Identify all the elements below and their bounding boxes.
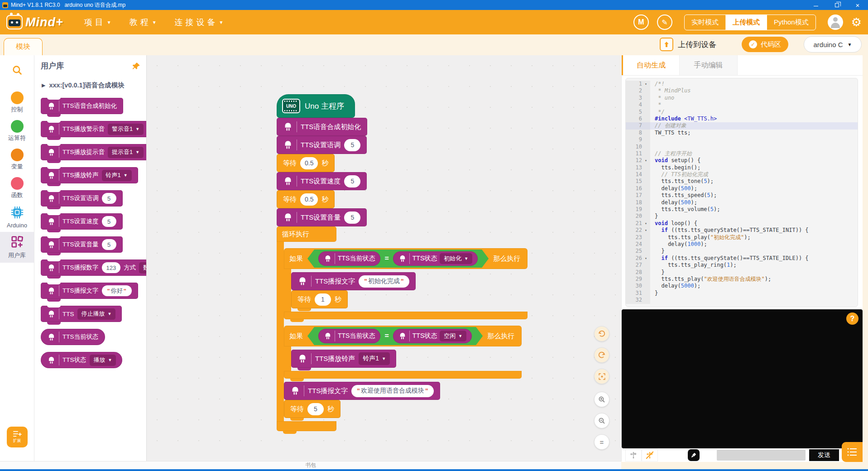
number-field[interactable]: 5 <box>344 139 360 151</box>
code-tab-autogen[interactable]: 自动生成 <box>622 55 680 75</box>
library-block[interactable]: TTS语音合成初始化 <box>41 98 123 114</box>
backpack-bar[interactable]: 书包 <box>0 461 621 469</box>
number-field[interactable]: 123 <box>102 262 121 273</box>
pin-icon[interactable] <box>132 62 141 71</box>
gear-icon[interactable]: ⚙ <box>851 16 862 28</box>
community-icon[interactable]: M <box>633 14 649 30</box>
avatar[interactable] <box>828 14 843 30</box>
condition-left-reporter[interactable]: TTS当前状态 <box>318 251 380 266</box>
if-block[interactable]: 如果TTS当前状态=TTS状态空闲▼那么执行TTS播放铃声铃声1▼ <box>284 326 522 379</box>
dropdown-field[interactable]: 提示音1▼ <box>108 147 144 158</box>
zoom-in-button[interactable] <box>594 392 609 407</box>
text-field[interactable]: "你好" <box>102 285 132 296</box>
fold-marker[interactable]: ▾ <box>644 81 650 87</box>
fold-marker[interactable]: ▾ <box>644 255 650 262</box>
library-block[interactable]: TTS播放铃声铃声1▼ <box>41 167 138 183</box>
edit-pencil-icon[interactable]: ✎ <box>657 14 672 30</box>
serial-input[interactable] <box>717 450 806 461</box>
code-area-toggle[interactable]: ✓ 代码区 <box>742 37 788 52</box>
dropdown-field[interactable]: 初始化▼ <box>440 253 472 264</box>
number-field[interactable]: 5 <box>344 211 360 224</box>
forever-block[interactable]: 循环执行如果TTS当前状态=TTS状态初始化▼那么执行TTS播报文字"初始化完成… <box>277 226 528 431</box>
number-field[interactable]: 5 <box>307 403 324 415</box>
canvas-block[interactable]: 等待0.5秒 <box>277 154 335 172</box>
library-block[interactable]: TTS播放提示音提示音1▼ <box>41 144 147 160</box>
undo-button[interactable] <box>594 326 609 341</box>
board-selector[interactable]: arduino C ▼ <box>804 36 862 53</box>
library-block[interactable]: TTS设置音量5 <box>41 236 123 253</box>
serial-menu-button[interactable] <box>842 442 863 462</box>
fold-marker[interactable]: ▾ <box>644 157 650 164</box>
help-button[interactable]: ? <box>846 312 858 325</box>
canvas-block[interactable]: TTS设置语调5 <box>277 136 367 154</box>
number-field[interactable]: 0.5 <box>300 157 318 169</box>
canvas-block[interactable]: TTS设置音量5 <box>277 208 367 226</box>
library-block[interactable]: TTS设置速度5 <box>41 213 123 230</box>
menu-item[interactable]: 教程▼ <box>129 17 157 28</box>
menu-item[interactable]: 项目▼ <box>84 17 111 28</box>
dropdown-field[interactable]: 警示音1▼ <box>108 124 144 135</box>
library-block[interactable]: TTS停止播放▼ <box>41 306 122 322</box>
redo-button[interactable] <box>594 347 609 363</box>
code-editor[interactable]: 1▾/*!2 * MindPlus3 * uno4 *5 */6#include… <box>625 78 858 307</box>
number-field[interactable]: 5 <box>344 175 360 187</box>
library-block[interactable]: TTS播报数字123方式数值▼ <box>41 260 147 276</box>
library-block[interactable]: TTS当前状态 <box>41 329 105 345</box>
sidebar-item-变量[interactable]: 变量 <box>0 145 34 174</box>
mode-button[interactable]: Python模式 <box>767 15 815 30</box>
fold-marker[interactable]: ▾ <box>644 227 650 234</box>
usb-disconnect-button[interactable] <box>642 449 658 461</box>
search-icon[interactable] <box>11 64 23 77</box>
condition-hexagon[interactable]: TTS当前状态=TTS状态初始化▼ <box>307 250 489 268</box>
zoom-out-button[interactable] <box>594 413 609 428</box>
usb-connect-button[interactable] <box>625 449 642 461</box>
condition-hexagon[interactable]: TTS当前状态=TTS状态空闲▼ <box>307 327 483 345</box>
dropdown-field[interactable]: 数值▼ <box>139 262 147 274</box>
canvas-block[interactable]: 等待0.5秒 <box>277 190 335 208</box>
fold-marker[interactable]: ▾ <box>644 220 650 227</box>
dropdown-field[interactable]: 播放▼ <box>90 355 116 366</box>
restore-button[interactable] <box>826 0 847 10</box>
number-field[interactable]: 5 <box>102 239 116 250</box>
menu-item[interactable]: 连接设备▼ <box>175 17 224 28</box>
block-canvas[interactable]: UNO Uno 主程序 TTS语音合成初始化TTS设置语调5等待0.5秒TTS设… <box>147 55 621 461</box>
number-field[interactable]: 1 <box>315 293 331 306</box>
number-field[interactable]: 0.5 <box>300 193 318 206</box>
library-tree-item[interactable]: ▶ xxx:[v0.0.1]语音合成模块 <box>42 81 146 90</box>
dropdown-field[interactable]: 停止播放▼ <box>77 308 116 320</box>
number-field[interactable]: 5 <box>102 216 116 227</box>
canvas-block[interactable]: TTS设置速度5 <box>277 172 367 190</box>
canvas-block[interactable]: 等待1秒 <box>291 290 348 308</box>
canvas-block[interactable]: TTS语音合成初始化 <box>277 118 367 136</box>
canvas-block[interactable]: TTS播放铃声铃声1▼ <box>291 350 396 368</box>
if-block[interactable]: 如果TTS当前状态=TTS状态初始化▼那么执行TTS播报文字"初始化完成"等待1… <box>284 248 528 319</box>
dropdown-field[interactable]: 铃声1▼ <box>102 170 132 181</box>
clear-output-button[interactable] <box>688 449 700 461</box>
library-block[interactable]: TTS设置语调5 <box>41 190 123 207</box>
center-blocks-button[interactable] <box>594 369 609 384</box>
sidebar-item-控制[interactable]: 控制 <box>0 88 34 117</box>
canvas-block[interactable]: TTS播报文字"初始化完成" <box>291 272 416 290</box>
condition-left-reporter[interactable]: TTS当前状态 <box>318 329 380 343</box>
number-field[interactable]: 5 <box>102 193 116 204</box>
condition-right-reporter[interactable]: TTS状态空闲▼ <box>393 329 472 343</box>
sidebar-item-Arduino[interactable]: Arduino <box>0 202 34 232</box>
zoom-reset-button[interactable]: = <box>594 434 609 450</box>
minimize-button[interactable] <box>806 0 826 10</box>
text-field[interactable]: "欢迎使用语音合成模块" <box>351 385 433 397</box>
dropdown-field[interactable]: 空闲▼ <box>440 331 466 341</box>
library-block[interactable]: TTS播报文字"你好" <box>41 283 138 299</box>
extension-button[interactable]: 扩展 <box>7 427 28 447</box>
hat-block-uno-main[interactable]: UNO Uno 主程序 <box>277 94 355 118</box>
mode-button[interactable]: 实时模式 <box>685 15 726 30</box>
library-block[interactable]: TTS状态播放▼ <box>41 352 122 368</box>
tab-modules[interactable]: 模块 <box>4 38 43 55</box>
sidebar-item-用户库[interactable]: 用户库 <box>0 232 34 263</box>
sidebar-item-函数[interactable]: 函数 <box>0 174 34 202</box>
library-block[interactable]: TTS播放警示音警示音1▼ <box>41 121 147 137</box>
condition-right-reporter[interactable]: TTS状态初始化▼ <box>393 251 478 266</box>
upload-to-device-button[interactable]: 上传到设备 <box>660 38 716 51</box>
canvas-block[interactable]: 等待5秒 <box>284 400 340 418</box>
text-field[interactable]: "初始化完成" <box>359 275 409 288</box>
code-tab-manual[interactable]: 手动编辑 <box>680 55 738 75</box>
